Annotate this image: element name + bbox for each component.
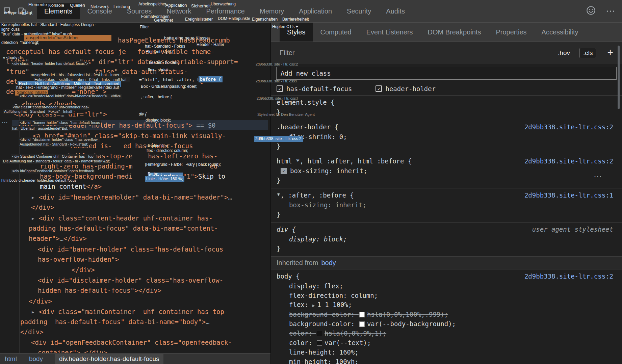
color-swatch[interactable] xyxy=(317,340,322,346)
styles-panel: StylesComputedEvent ListenersDOM Breakpo… xyxy=(270,23,622,364)
class-toggle[interactable]: ✓header-holder xyxy=(375,85,436,93)
css-rule: body {2d9bb338.site-ltr.css:2display: fl… xyxy=(271,269,622,364)
filter-input[interactable]: Filter xyxy=(280,49,548,57)
inherited-node-link[interactable]: body xyxy=(321,259,336,267)
more-menu-icon[interactable]: ⋯ xyxy=(606,6,615,16)
panel-tab-dom-breakpoints[interactable]: DOM Breakpoints xyxy=(420,23,489,42)
css-property[interactable]: display: flex; xyxy=(277,281,613,291)
css-rule: *, :after, :before {2d9bb338.site-ltr.cs… xyxy=(271,188,622,223)
toolbar-tab-audits[interactable]: Audits xyxy=(379,0,412,22)
styles-rules: element.style {}.header-holder {2d9bb338… xyxy=(271,96,622,364)
expand-shorthand-icon[interactable]: ▶ xyxy=(312,303,315,308)
color-swatch[interactable] xyxy=(359,312,365,317)
css-property[interactable]: background-color: hsla(0,0%,100%,.999); xyxy=(277,310,613,319)
toolbar-tab-memory[interactable]: Memory xyxy=(252,0,291,22)
css-property[interactable]: background-color: var(--body-background)… xyxy=(277,319,613,329)
class-toggles: ✓has-default-focus✓header-holder xyxy=(271,82,622,96)
breadcrumb-item[interactable]: html xyxy=(5,355,17,363)
css-property[interactable]: color: var(--text); xyxy=(277,338,613,347)
device-toolbar-icon[interactable] xyxy=(16,3,28,19)
toolbar-tab-sources[interactable]: Sources xyxy=(120,0,159,22)
panel-tab-properties[interactable]: Properties xyxy=(488,23,534,42)
toolbar-tab-security[interactable]: Security xyxy=(339,0,379,22)
breadcrumb-item[interactable]: body xyxy=(29,355,43,363)
toolbar-tab-performance[interactable]: Performance xyxy=(199,0,253,22)
toolbar-right-actions: ⋯ xyxy=(586,6,622,17)
inherited-from-bar: Inherited frombody xyxy=(271,257,622,269)
panel-tab-event-listeners[interactable]: Event Listeners xyxy=(359,23,420,42)
stylesheet-link[interactable]: 2d9bb338.site-ltr.css:2 xyxy=(524,271,613,281)
top-toolbar: ElementsConsoleSourcesNetworkPerformance… xyxy=(0,0,622,23)
stylesheet-link[interactable]: 2d9bb338.site-ltr.css:2 xyxy=(524,156,613,166)
css-property[interactable]: ✓box-sizing: inherit; xyxy=(277,166,613,176)
css-selector[interactable]: body { xyxy=(277,271,300,281)
toolbar-tabs: ElementsConsoleSourcesNetworkPerformance… xyxy=(37,0,412,22)
checkbox[interactable]: ✓ xyxy=(375,85,382,92)
indent-guide xyxy=(19,115,20,353)
css-property[interactable]: display: block; xyxy=(277,234,613,244)
stylesheet-link[interactable]: 2d9bb338.site-ltr.css:1 xyxy=(524,190,613,200)
css-property[interactable]: flex-shrink: 0; xyxy=(277,132,613,141)
panel-tab-computed[interactable]: Computed xyxy=(313,23,359,42)
css-selector[interactable]: div { xyxy=(277,225,296,234)
hov-toggle-button[interactable]: :hov xyxy=(558,49,570,57)
css-selector[interactable]: element.style { xyxy=(277,98,335,107)
breadcrumb-item[interactable]: div.header-holder.has-default-focus xyxy=(55,354,163,364)
styles-content: Add new class ✓has-default-focus✓header-… xyxy=(271,64,622,364)
panel-tab-styles[interactable]: Styles xyxy=(280,23,313,42)
inherited-from-label: Inherited from xyxy=(277,259,318,267)
css-selector[interactable]: .header-holder { xyxy=(277,122,338,132)
color-swatch[interactable] xyxy=(317,331,322,336)
toolbar-separator xyxy=(32,5,32,17)
stylesheet-origin-label: user agent stylesheet xyxy=(532,225,613,234)
inspect-icon[interactable] xyxy=(2,3,14,19)
css-rule: html *, html :after, html :before {2d9bb… xyxy=(271,154,622,188)
breadcrumb: htmlbodydiv.header-holder.has-default-fo… xyxy=(0,353,270,364)
css-property[interactable]: line-height: 160%; xyxy=(277,347,613,357)
checkbox[interactable]: ✓ xyxy=(277,85,283,92)
toolbar-tab-application[interactable]: Application xyxy=(291,0,339,22)
class-toggle[interactable]: ✓has-default-focus xyxy=(277,85,352,93)
styles-panel-tabs: StylesComputedEvent ListenersDOM Breakpo… xyxy=(271,23,622,42)
stylesheet-link[interactable]: 2d9bb338.site-ltr.css:2 xyxy=(524,122,613,132)
css-property[interactable]: min-height: 100vh; xyxy=(277,357,613,364)
dom-panel xyxy=(0,23,270,353)
new-style-rule-button[interactable]: + xyxy=(606,47,617,59)
css-property[interactable]: color: hsla(0,0%,9%,1); xyxy=(277,329,613,338)
panel-tab-accessibility[interactable]: Accessibility xyxy=(534,23,586,42)
class-toggle-label: has-default-focus xyxy=(286,85,352,93)
css-rule: .header-holder {2d9bb338.site-ltr.css:2f… xyxy=(271,120,622,154)
property-checkbox[interactable]: ✓ xyxy=(281,168,287,174)
indent-guide xyxy=(27,129,27,188)
toolbar-tab-network[interactable]: Network xyxy=(159,0,199,22)
class-toggle-label: header-holder xyxy=(385,85,436,93)
toolbar-tab-elements[interactable]: Elements xyxy=(37,3,80,19)
css-rule: element.style {} xyxy=(271,96,622,120)
css-property[interactable]: box-sizing: inherit; xyxy=(277,200,613,210)
toolbar-tab-console[interactable]: Console xyxy=(80,0,119,22)
css-selector[interactable]: *, :after, :before { xyxy=(277,190,354,200)
css-selector[interactable]: html *, html :after, html :before { xyxy=(277,156,412,166)
css-property[interactable]: flex-direction: column; xyxy=(277,291,613,300)
css-property[interactable]: flex: ▶1 1 100%; xyxy=(277,300,613,310)
cls-toggle-button[interactable]: .cls xyxy=(579,48,597,58)
new-class-input[interactable]: Add new class xyxy=(276,67,617,80)
color-swatch[interactable] xyxy=(359,321,365,327)
styles-filter-bar: Filter :hov .cls + xyxy=(271,42,622,64)
css-rule: div {user agent stylesheetdisplay: block… xyxy=(271,223,622,257)
feedback-smiley-icon[interactable] xyxy=(586,6,596,17)
styles-scrollbar[interactable] xyxy=(618,46,620,109)
